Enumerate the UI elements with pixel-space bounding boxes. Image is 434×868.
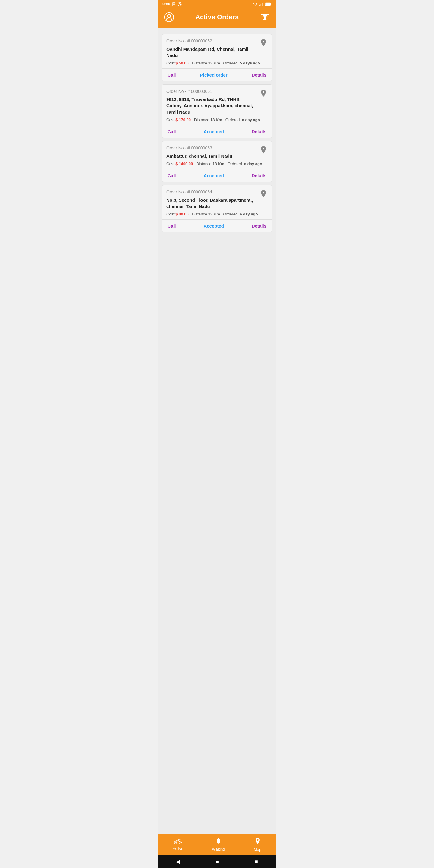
location-icon-2[interactable] (259, 89, 268, 100)
order-cost-2: $ 170.00 (176, 118, 191, 122)
location-icon-3[interactable] (259, 146, 268, 156)
filter-button[interactable] (259, 12, 270, 23)
order-cost-4: $ 40.00 (176, 212, 188, 216)
signal-icon (259, 2, 264, 6)
page-title: Active Orders (175, 13, 259, 21)
android-recent-button[interactable]: ■ (255, 859, 258, 865)
order-number-3: Order No - # 000000063 (166, 146, 268, 150)
svg-point-21 (257, 839, 258, 841)
wifi-icon (253, 2, 258, 6)
order-number-4: Order No - # 000000064 (166, 190, 268, 194)
order-address-2: 9812, 9813, Tiruverkadu Rd, TNHB Colony,… (166, 96, 268, 115)
status-button-2[interactable]: Accepted (204, 129, 224, 134)
svg-rect-4 (261, 4, 261, 6)
order-address-3: Ambattur, chennai, Tamil Nadu (166, 153, 268, 159)
svg-rect-5 (261, 3, 262, 6)
app-header: Active Orders (158, 8, 276, 28)
android-home-button[interactable]: ● (216, 859, 219, 865)
android-navigation: ◀ ● ■ (158, 855, 276, 868)
map-icon (254, 837, 261, 846)
call-button-2[interactable]: Call (167, 129, 176, 134)
order-number-2: Order No - # 000000061 (166, 89, 268, 94)
bottom-navigation: Active Waiting Map (158, 834, 276, 855)
nav-map-label: Map (254, 847, 261, 852)
location-icon-1[interactable] (259, 38, 268, 50)
status-bar-left: 8:08 (162, 2, 182, 6)
call-button-3[interactable]: Call (167, 173, 176, 178)
order-card-1: Order No - # 000000052 Gandhi Mandapam R… (162, 34, 272, 82)
order-address-1: Gandhi Mandapam Rd, Chennai, Tamil Nadu (166, 46, 268, 59)
nav-waiting[interactable]: Waiting (206, 837, 231, 852)
order-actions-3: Call Accepted Details (162, 169, 272, 182)
order-card-3: Order No - # 000000063 Ambattur, chennai… (162, 141, 272, 182)
order-address-4: No.3, Second Floor, Baskara apartment,, … (166, 197, 268, 210)
battery-icon (265, 2, 272, 6)
order-body-1: Order No - # 000000052 Gandhi Mandapam R… (162, 34, 272, 68)
orders-list: Order No - # 000000052 Gandhi Mandapam R… (158, 28, 276, 834)
sim-icon (172, 2, 176, 6)
svg-rect-3 (259, 4, 260, 6)
svg-rect-6 (263, 2, 264, 6)
status-button-4[interactable]: Accepted (204, 223, 224, 228)
order-body-2: Order No - # 000000061 9812, 9813, Tiruv… (162, 85, 272, 125)
filter-icon (260, 13, 270, 22)
profile-button[interactable] (164, 12, 175, 23)
order-meta-1: Cost $ 50.00 Distance 13 Km Ordered 5 da… (166, 61, 268, 65)
order-number-1: Order No - # 000000052 (166, 38, 268, 43)
details-button-1[interactable]: Details (252, 72, 267, 78)
order-cost-3: $ 1400.00 (176, 161, 193, 166)
at-icon (178, 2, 182, 6)
call-button-4[interactable]: Call (167, 223, 176, 228)
order-cost-1: $ 50.00 (176, 61, 188, 65)
bell-icon (215, 838, 222, 846)
order-card-2: Order No - # 000000061 9812, 9813, Tiruv… (162, 84, 272, 138)
svg-point-20 (218, 838, 219, 838)
order-actions-1: Call Picked order Details (162, 69, 272, 81)
order-meta-4: Cost $ 40.00 Distance 13 Km Ordered a da… (166, 212, 268, 216)
status-button-3[interactable]: Accepted (204, 173, 224, 178)
order-meta-3: Cost $ 1400.00 Distance 13 Km Ordered a … (166, 161, 268, 166)
nav-active-label: Active (173, 846, 183, 851)
order-actions-2: Call Accepted Details (162, 125, 272, 138)
details-button-2[interactable]: Details (252, 129, 267, 134)
svg-point-16 (262, 192, 264, 193)
svg-point-2 (179, 3, 181, 5)
order-actions-4: Call Accepted Details (162, 220, 272, 232)
order-meta-2: Cost $ 170.00 Distance 13 Km Ordered a d… (166, 118, 268, 122)
nav-map[interactable]: Map (248, 837, 267, 852)
android-back-button[interactable]: ◀ (176, 858, 180, 865)
details-button-3[interactable]: Details (252, 173, 267, 178)
nav-waiting-label: Waiting (212, 847, 225, 851)
location-icon-4[interactable] (259, 190, 268, 200)
svg-rect-8 (270, 3, 271, 4)
call-button-1[interactable]: Call (167, 72, 176, 78)
svg-point-14 (262, 91, 264, 93)
status-bar: 8:08 (158, 0, 276, 8)
status-button-1[interactable]: Picked order (200, 72, 227, 78)
svg-rect-19 (218, 843, 219, 844)
svg-rect-9 (265, 3, 270, 5)
svg-point-13 (262, 41, 264, 42)
order-card-4: Order No - # 000000064 No.3, Second Floo… (162, 185, 272, 232)
status-bar-right (253, 2, 272, 6)
svg-rect-1 (173, 3, 175, 5)
nav-active[interactable]: Active (167, 838, 189, 851)
status-time: 8:08 (162, 2, 170, 6)
motorcycle-icon (174, 838, 182, 845)
order-body-4: Order No - # 000000064 No.3, Second Floo… (162, 185, 272, 219)
svg-point-15 (262, 148, 264, 150)
svg-point-11 (167, 14, 170, 18)
order-body-3: Order No - # 000000063 Ambattur, chennai… (162, 141, 272, 169)
details-button-4[interactable]: Details (252, 223, 267, 228)
profile-icon (164, 12, 174, 22)
